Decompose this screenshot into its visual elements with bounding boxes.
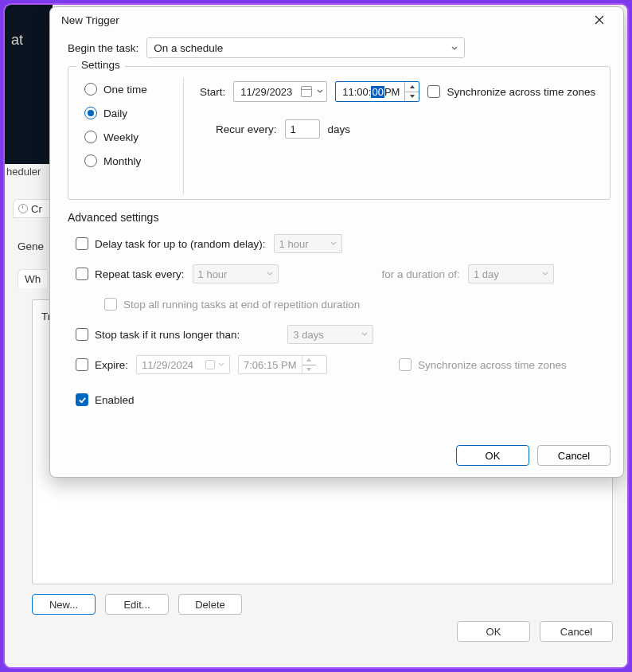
expire-sync-checkbox: Synchronize across time zones (399, 358, 567, 371)
stop-if-dropdown[interactable]: 3 days (287, 325, 373, 344)
delay-checkbox[interactable]: Delay task for up to (random delay): (76, 237, 266, 250)
expire-date-input[interactable]: 11/29/2024 (136, 355, 230, 374)
start-date-value: 11/29/2023 (240, 86, 292, 98)
expire-time-input[interactable]: 7:06:15 PM (238, 355, 327, 374)
recur-value: 1 (291, 123, 296, 135)
delay-value: 1 hour (279, 238, 309, 250)
settings-group: Settings One time Daily Week (68, 66, 611, 200)
begin-task-dropdown[interactable]: On a schedule (146, 37, 465, 58)
chevron-down-icon (330, 240, 337, 247)
bg-parent-cancel-button[interactable]: Cancel (540, 621, 613, 642)
begin-task-value: On a schedule (154, 42, 223, 54)
triangle-down-icon (410, 95, 415, 98)
bg-edit-button[interactable]: Edit... (105, 594, 169, 615)
bg-tab-create-label: Cr (31, 203, 42, 215)
duration-value: 1 day (474, 268, 499, 280)
bg-scheduler-text: heduler (6, 166, 41, 178)
checkbox-checked-icon (76, 393, 88, 406)
ok-button[interactable]: OK (456, 445, 529, 466)
bg-tab-when: Wh (18, 269, 47, 288)
schedule-type-radios: One time Daily Weekly Monthly (78, 78, 174, 194)
sync-tz-checkbox[interactable]: Synchronize across time zones (427, 85, 595, 98)
stop-if-value: 3 days (293, 329, 323, 341)
spinner-down[interactable] (302, 365, 316, 374)
spinner-up[interactable] (405, 82, 419, 92)
bg-dark-fragment: at (5, 5, 53, 164)
time-spinner[interactable] (404, 82, 419, 101)
settings-legend: Settings (76, 59, 125, 71)
new-trigger-dialog: New Trigger Begin the task: On a schedul… (49, 6, 624, 478)
expire-time-value: 7:06:15 PM (244, 359, 297, 371)
chevron-down-icon (267, 271, 273, 277)
radio-monthly[interactable]: Monthly (84, 154, 170, 167)
chevron-down-icon (361, 331, 368, 338)
radio-weekly-label: Weekly (103, 131, 138, 143)
dialog-title: New Trigger (61, 14, 119, 26)
clock-icon (18, 204, 28, 213)
checkbox-icon (76, 358, 88, 371)
cancel-button[interactable]: Cancel (537, 445, 611, 466)
repeat-label: Repeat task every: (95, 268, 185, 280)
checkbox-icon (76, 328, 88, 341)
radio-icon-checked (84, 107, 97, 119)
delay-dropdown[interactable]: 1 hour (274, 234, 342, 253)
close-icon (595, 15, 604, 25)
calendar-icon (205, 360, 215, 369)
bg-parent-ok-button[interactable]: OK (457, 621, 530, 642)
radio-weekly[interactable]: Weekly (84, 131, 170, 143)
repeat-dropdown[interactable]: 1 hour (193, 264, 279, 283)
chevron-down-icon (542, 271, 548, 277)
recur-input[interactable]: 1 (285, 119, 320, 139)
chevron-down-icon (218, 361, 224, 368)
expire-sync-label: Synchronize across time zones (418, 359, 567, 371)
radio-one-time[interactable]: One time (84, 83, 170, 96)
radio-icon (84, 83, 97, 96)
stop-all-checkbox: Stop all running tasks at end of repetit… (104, 298, 360, 311)
start-label: Start: (200, 86, 225, 98)
delay-label: Delay task for up to (random delay): (95, 238, 266, 250)
stop-if-checkbox[interactable]: Stop task if it runs longer than: (76, 328, 240, 341)
chevron-down-icon (451, 45, 458, 52)
bg-tab-general: Gene (18, 240, 44, 252)
radio-icon (84, 131, 97, 143)
triangle-down-icon (306, 368, 311, 371)
bg-new-button[interactable]: New... (32, 594, 96, 615)
duration-label: for a duration of: (382, 268, 460, 280)
calendar-icon (301, 86, 312, 97)
radio-one-time-label: One time (103, 84, 147, 96)
triangle-up-icon (410, 85, 415, 88)
begin-task-label: Begin the task: (68, 42, 138, 54)
advanced-heading: Advanced settings (68, 211, 611, 224)
duration-dropdown[interactable]: 1 day (468, 264, 554, 283)
start-time-input[interactable]: 11:00:00 PM (335, 81, 419, 102)
stop-if-label: Stop task if it runs longer than: (95, 329, 240, 341)
close-button[interactable] (583, 9, 615, 31)
checkbox-icon (76, 268, 88, 280)
expire-date-value: 11/29/2024 (142, 359, 193, 371)
time-spinner[interactable] (302, 356, 316, 373)
radio-daily[interactable]: Daily (84, 107, 170, 119)
chevron-down-icon (317, 88, 323, 95)
title-bar: New Trigger (50, 7, 623, 33)
checkbox-icon (427, 85, 440, 98)
expire-checkbox[interactable]: Expire: (76, 358, 128, 371)
sync-tz-label: Synchronize across time zones (447, 86, 595, 98)
checkbox-icon-disabled (104, 298, 117, 311)
start-time-prefix: 11:00: (342, 86, 371, 98)
expire-label: Expire: (95, 359, 128, 371)
stop-all-label: Stop all running tasks at end of repetit… (123, 299, 360, 311)
recur-unit: days (328, 123, 351, 135)
bg-delete-button[interactable]: Delete (178, 594, 242, 615)
triangle-up-icon (306, 358, 311, 361)
start-date-input[interactable]: 11/29/2023 (233, 81, 327, 102)
start-time-selected-seg: 00 (371, 86, 384, 98)
recur-label: Recur every: (216, 123, 277, 135)
enabled-checkbox[interactable]: Enabled (76, 393, 135, 406)
spinner-up[interactable] (302, 356, 316, 365)
radio-icon (84, 154, 97, 167)
checkbox-icon (76, 237, 88, 250)
repeat-checkbox[interactable]: Repeat task every: (76, 268, 185, 280)
enabled-label: Enabled (95, 394, 135, 406)
repeat-value: 1 hour (198, 268, 228, 280)
spinner-down[interactable] (405, 92, 419, 102)
